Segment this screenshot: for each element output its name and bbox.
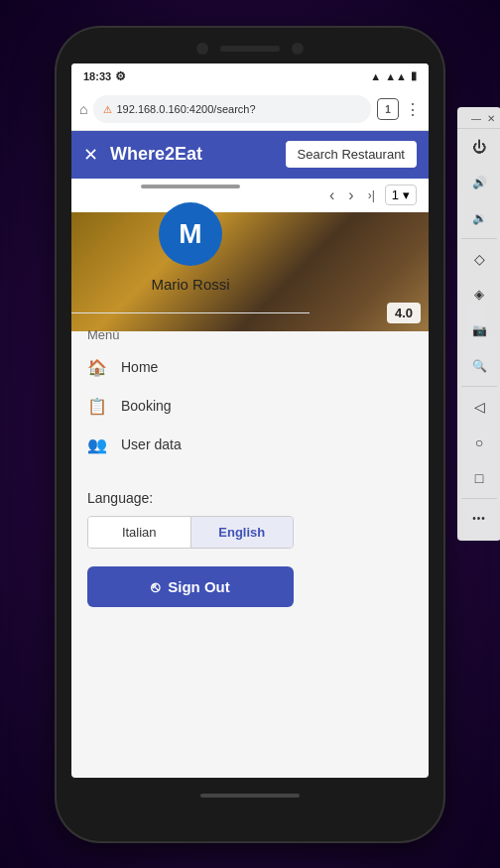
browser-menu-icon[interactable]: ⋮ (405, 100, 421, 119)
menu-item-user-data-label: User data (121, 436, 182, 452)
menu-item-home-label: Home (121, 359, 158, 375)
menu-item-user-data[interactable]: 👥 User data (71, 426, 310, 464)
menu-item-booking[interactable]: 📋 Booking (71, 387, 310, 426)
speaker-bar (220, 46, 280, 52)
settings-icon: ⚙ (115, 69, 126, 83)
recents-button[interactable]: □ (461, 460, 497, 496)
zoom-button[interactable]: 🔍 (461, 348, 497, 384)
user-data-icon: 👥 (87, 435, 107, 454)
app-title: Where2Eat (110, 144, 274, 165)
app-header: ✕ Where2Eat Search Restaurant (71, 131, 429, 179)
screenshot-button[interactable]: 📷 (461, 312, 497, 348)
more-controls-button[interactable]: ••• (461, 501, 497, 537)
clock: 18:33 (83, 70, 111, 82)
wifi-icon: ▲ (370, 70, 381, 82)
url-input[interactable]: ⚠ 192.168.0.160:4200/search? (93, 95, 371, 123)
sign-out-button[interactable]: ⎋ Sign Out (87, 566, 294, 607)
back-button[interactable]: ◁ (461, 389, 497, 425)
language-section: Language: Italian English (71, 480, 310, 558)
menu-section-label: Menù (71, 313, 310, 348)
page-dropdown-icon: ▾ (403, 187, 410, 202)
browser-home-icon[interactable]: ⌂ (79, 101, 87, 117)
controls-divider-1 (461, 238, 496, 239)
status-right: ▲ ▲▲ ▮ (370, 69, 417, 82)
signal-icon: ▲▲ (385, 70, 407, 82)
profile-name: Mario Rossi (151, 276, 229, 293)
volume-down-button[interactable]: 🔉 (461, 200, 497, 236)
android-close-button[interactable]: ✕ (487, 113, 495, 124)
address-bar[interactable]: ⌂ ⚠ 192.168.0.160:4200/search? 1 ⋮ (71, 89, 429, 131)
language-selector: Italian English (87, 516, 294, 549)
language-english-button[interactable]: English (191, 517, 294, 548)
eraser-button[interactable]: ◈ (461, 277, 497, 312)
controls-divider-2 (461, 386, 496, 387)
url-text: 192.168.0.160:4200/search? (116, 103, 255, 115)
phone-frame: 18:33 ⚙ ▲ ▲▲ ▮ ⌂ ⚠ 192.168.0.160:4200/se… (57, 28, 443, 841)
page-number: 1 (392, 187, 399, 202)
language-italian-button[interactable]: Italian (88, 517, 191, 548)
tab-count-button[interactable]: 1 (377, 98, 399, 120)
navigation-drawer: M Mario Rossi Menù 🏠 Home 📋 Booking 👥 (71, 179, 310, 194)
booking-icon: 📋 (87, 397, 107, 416)
rotate-button[interactable]: ◇ (461, 241, 497, 277)
language-section-label: Language: (87, 490, 294, 506)
status-bar: 18:33 ⚙ ▲ ▲▲ ▮ (71, 63, 429, 89)
android-home-button[interactable]: ○ (461, 425, 497, 460)
phone-top-bar (57, 28, 443, 63)
prev-page-button[interactable]: ‹ (325, 185, 338, 206)
power-button[interactable]: ⏻ (461, 129, 497, 165)
android-controls-panel: — ✕ ⏻ 🔊 🔉 ◇ ◈ 📷 🔍 ◁ ○ □ ••• (457, 107, 500, 541)
search-restaurant-button[interactable]: Search Restaurant (286, 141, 417, 168)
status-left: 18:33 ⚙ (83, 69, 126, 83)
sign-out-label: Sign Out (168, 578, 230, 595)
drawer-profile: M Mario Rossi (71, 179, 310, 313)
avatar: M (159, 202, 222, 266)
phone-screen: 18:33 ⚙ ▲ ▲▲ ▮ ⌂ ⚠ 192.168.0.160:4200/se… (71, 63, 429, 778)
camera-dot (196, 43, 208, 55)
menu-item-home[interactable]: 🏠 Home (71, 348, 310, 387)
home-indicator (200, 794, 300, 798)
last-page-button[interactable]: ›| (364, 186, 379, 204)
volume-up-button[interactable]: 🔊 (461, 165, 497, 200)
controls-divider-3 (461, 498, 496, 499)
sign-out-icon: ⎋ (151, 578, 160, 595)
rating-badge: 4.0 (387, 303, 421, 323)
page-select[interactable]: 1 ▾ (385, 185, 417, 205)
minimize-button[interactable]: — (471, 113, 481, 124)
security-warning-icon: ⚠ (103, 104, 112, 115)
menu-item-booking-label: Booking (121, 398, 172, 414)
drawer-handle (141, 185, 240, 188)
home-icon: 🏠 (87, 358, 107, 377)
drawer-close-button[interactable]: ✕ (83, 144, 98, 166)
phone-bottom (57, 778, 443, 813)
camera-dot-2 (292, 43, 304, 55)
battery-icon: ▮ (411, 69, 417, 82)
next-page-button[interactable]: › (344, 185, 357, 206)
